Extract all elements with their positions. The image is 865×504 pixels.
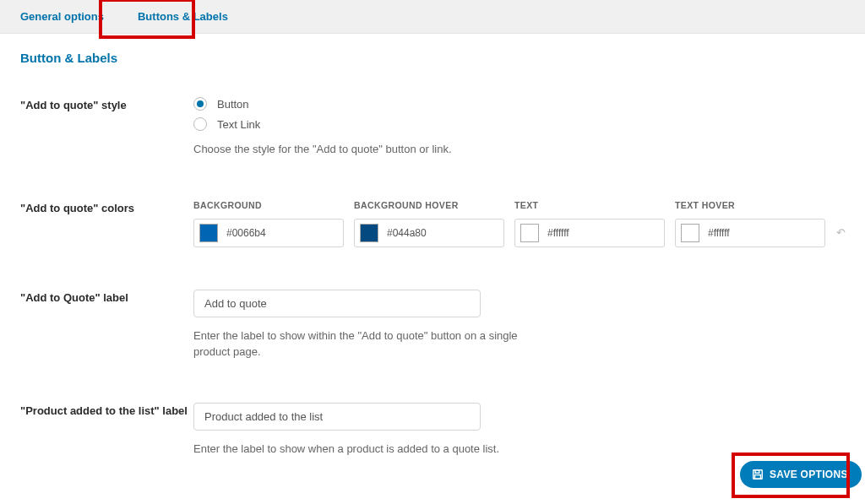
color-hex-input[interactable] xyxy=(226,227,353,239)
field-add-to-quote-label: "Add to Quote" label Enter the label to … xyxy=(20,290,845,360)
color-input[interactable]: ↶ xyxy=(354,219,504,247)
field-label: "Add to quote" colors xyxy=(20,200,193,214)
field-input: Enter the label to show when a product i… xyxy=(193,403,845,458)
color-input[interactable]: ↶ xyxy=(514,219,665,247)
color-swatch[interactable] xyxy=(199,224,218,242)
revert-icon[interactable]: ↶ xyxy=(835,225,847,241)
field-input: Enter the label to show within the "Add … xyxy=(193,290,845,360)
save-options-button[interactable]: SAVE OPTIONS xyxy=(740,461,862,488)
added-label-input[interactable] xyxy=(193,403,481,431)
color-label: BACKGROUND xyxy=(193,200,344,210)
color-swatch[interactable] xyxy=(681,224,699,242)
field-label: "Add to Quote" label xyxy=(20,290,193,304)
color-label: TEXT xyxy=(514,200,665,210)
color-field-text-hover: TEXT HOVER ↶ xyxy=(675,200,825,247)
field-product-added-label: "Product added to the list" label Enter … xyxy=(20,403,845,458)
radio-icon xyxy=(193,117,207,131)
field-input: Button Text Link Choose the style for th… xyxy=(193,97,845,158)
quote-label-input[interactable] xyxy=(193,290,481,317)
color-hex-input[interactable] xyxy=(708,227,835,239)
tab-buttons-labels[interactable]: Buttons & Labels xyxy=(121,2,245,31)
tabs-bar: General options Buttons & Labels xyxy=(0,0,865,34)
color-field-background-hover: BACKGROUND HOVER ↶ xyxy=(354,200,504,247)
color-input[interactable]: ↶ xyxy=(675,219,825,247)
field-label: "Product added to the list" label xyxy=(20,403,193,417)
color-label: BACKGROUND HOVER xyxy=(354,200,504,210)
field-add-to-quote-style: "Add to quote" style Button Text Link Ch… xyxy=(20,97,845,158)
radio-label: Text Link xyxy=(217,118,260,131)
save-icon xyxy=(752,469,764,480)
color-input[interactable]: ↶ xyxy=(193,219,344,247)
field-label: "Add to quote" style xyxy=(20,97,193,111)
color-swatch[interactable] xyxy=(360,224,378,242)
page-title: Button & Labels xyxy=(20,51,845,65)
page-content: Button & Labels "Add to quote" style But… xyxy=(0,34,865,474)
radio-option-button[interactable]: Button xyxy=(193,97,845,111)
field-input: BACKGROUND ↶ BACKGROUND HOVER ↶ xyxy=(193,200,845,247)
save-button-label: SAVE OPTIONS xyxy=(770,469,848,480)
colors-grid: BACKGROUND ↶ BACKGROUND HOVER ↶ xyxy=(193,200,845,247)
radio-icon xyxy=(193,97,207,111)
color-field-text: TEXT ↶ xyxy=(514,200,665,247)
field-help: Choose the style for the "Add to quote" … xyxy=(193,141,531,158)
field-add-to-quote-colors: "Add to quote" colors BACKGROUND ↶ BACKG… xyxy=(20,200,845,247)
svg-rect-1 xyxy=(755,470,759,474)
field-help: Enter the label to show when a product i… xyxy=(193,441,531,458)
color-label: TEXT HOVER xyxy=(675,200,825,210)
color-hex-input[interactable] xyxy=(547,227,674,239)
tab-general-options[interactable]: General options xyxy=(3,2,121,31)
radio-label: Button xyxy=(217,98,249,111)
svg-rect-2 xyxy=(755,475,761,480)
radio-option-text-link[interactable]: Text Link xyxy=(193,117,845,131)
color-swatch[interactable] xyxy=(520,224,539,242)
field-help: Enter the label to show within the "Add … xyxy=(193,328,531,360)
color-hex-input[interactable] xyxy=(387,227,514,239)
color-field-background: BACKGROUND ↶ xyxy=(193,200,344,247)
